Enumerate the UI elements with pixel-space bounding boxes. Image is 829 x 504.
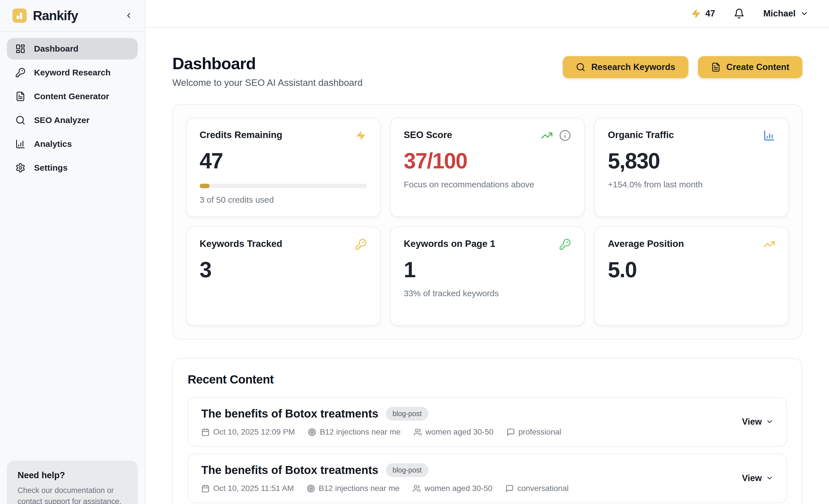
key-icon [355,239,367,250]
stat-value: 37/100 [404,149,571,173]
stat-caption: Focus on recommendations above [404,180,571,189]
lightning-icon [691,9,701,19]
content-meta: Oct 10, 2025 12:09 PM B12 injections nea… [201,428,562,436]
notifications-button[interactable] [734,8,745,19]
app-root: Rankify Dashboard Keyword Research Conte… [0,0,829,504]
document-icon [711,62,721,72]
user-menu[interactable]: Michael [763,8,808,19]
stat-title: Credits Remaining [200,130,282,140]
content-title: The benefits of Botox treatments [201,464,379,476]
credits-indicator: 47 [691,8,715,19]
gear-icon [15,163,26,173]
sidebar-collapse-button[interactable] [122,9,135,22]
content-date: Oct 10, 2025 11:51 AM [201,484,294,493]
sidebar-header: Rankify [0,0,145,32]
content-row-info: The benefits of Botox treatments blog-po… [201,407,562,436]
content-meta: Oct 10, 2025 11:51 AM B12 injections nea… [201,484,569,493]
target-icon [307,484,315,493]
research-keywords-button[interactable]: Research Keywords [563,56,688,78]
sidebar-item-dashboard[interactable]: Dashboard [7,38,138,60]
sidebar-item-analytics[interactable]: Analytics [7,133,138,155]
sidebar-item-keyword-research[interactable]: Keyword Research [7,62,138,83]
sidebar-item-label: Settings [34,163,68,173]
user-name: Michael [763,8,796,19]
chevron-down-icon [766,418,773,426]
help-title: Need help? [17,470,127,480]
brand-name: Rankify [33,8,78,23]
sidebar-item-settings[interactable]: Settings [7,157,138,179]
key-icon [15,68,26,78]
stats-grid: Credits Remaining 47 3 of 50 credits use… [186,118,789,326]
view-button[interactable]: View [742,417,773,427]
sidebar-item-label: SEO Analyzer [34,115,89,125]
bar-chart-icon [763,130,775,141]
stat-value: 47 [200,149,367,173]
content-row-info: The benefits of Botox treatments blog-po… [201,463,569,493]
message-square-icon [506,484,514,493]
stat-title: Keywords Tracked [200,239,282,249]
calendar-icon [201,484,210,493]
trending-up-icon [763,239,775,250]
stat-value: 1 [404,258,571,282]
lightning-icon [355,130,367,141]
sidebar-item-content-generator[interactable]: Content Generator [7,85,138,107]
stat-card-seo-score: SEO Score 37/100 Focus on recommendation… [390,118,585,217]
sidebar-nav: Dashboard Keyword Research Content Gener… [0,32,145,185]
stat-card-keywords-tracked: Keywords Tracked 3 [186,226,381,326]
info-icon[interactable] [559,130,571,141]
stat-title: SEO Score [404,130,452,140]
dashboard-grid-icon [15,44,26,54]
page-content: Dashboard Welcome to your SEO AI Assista… [145,28,829,504]
help-text: Check our documentation or contact suppo… [17,485,127,504]
calendar-icon [201,428,210,436]
content-row: The benefits of Botox treatments blog-po… [188,454,787,503]
stat-caption: 3 of 50 credits used [200,195,367,205]
create-content-label: Create Content [726,62,789,72]
stat-title: Organic Traffic [608,130,674,140]
content-date: Oct 10, 2025 12:09 PM [201,428,295,436]
sidebar-item-seo-analyzer[interactable]: SEO Analyzer [7,109,138,131]
sidebar-item-label: Analytics [34,139,72,149]
main-area: 47 Michael Dashboard Welcome to your SEO… [145,0,829,504]
content-row: The benefits of Botox treatments blog-po… [188,397,787,447]
content-audience: women aged 30-50 [412,484,493,493]
page-header-text: Dashboard Welcome to your SEO AI Assista… [172,54,363,88]
sidebar-item-label: Keyword Research [34,68,111,77]
search-icon [15,115,26,125]
stat-card-credits-remaining: Credits Remaining 47 3 of 50 credits use… [186,118,381,217]
stat-caption: 33% of tracked keywords [404,289,571,298]
sidebar-item-label: Content Generator [34,92,109,101]
stat-caption: +154.0% from last month [608,180,775,189]
top-bar: 47 Michael [145,0,829,28]
credits-progress-bar [200,184,367,188]
stat-title: Keywords on Page 1 [404,239,495,249]
users-icon [413,428,422,436]
content-tone: conversational [506,484,569,493]
document-icon [15,91,26,102]
content-type-badge: blog-post [386,463,429,477]
stat-card-keywords-page1: Keywords on Page 1 1 33% of tracked keyw… [390,226,585,326]
page-subtitle: Welcome to your SEO AI Assistant dashboa… [172,77,363,88]
stat-value: 3 [200,258,367,282]
page-actions: Research Keywords Create Content [563,56,802,78]
content-title: The benefits of Botox treatments [201,407,379,420]
content-keyword: B12 injections near me [308,428,401,436]
content-keyword: B12 injections near me [307,484,399,493]
message-square-icon [507,428,515,436]
recent-content-title: Recent Content [188,373,787,386]
bar-chart-icon [15,139,26,149]
bell-icon [734,8,745,19]
stat-value: 5,830 [608,149,775,173]
view-button[interactable]: View [742,473,773,483]
help-box: Need help? Check our documentation or co… [7,461,138,504]
stat-value: 5.0 [608,258,775,282]
chevron-down-icon [800,9,808,18]
create-content-button[interactable]: Create Content [698,56,802,78]
content-tone: professional [507,428,562,436]
key-icon [559,239,571,250]
trending-up-icon [541,130,553,141]
content-audience: women aged 30-50 [413,428,494,436]
page-title: Dashboard [172,54,363,73]
stats-panel: Credits Remaining 47 3 of 50 credits use… [172,104,802,339]
content-type-badge: blog-post [386,407,429,421]
